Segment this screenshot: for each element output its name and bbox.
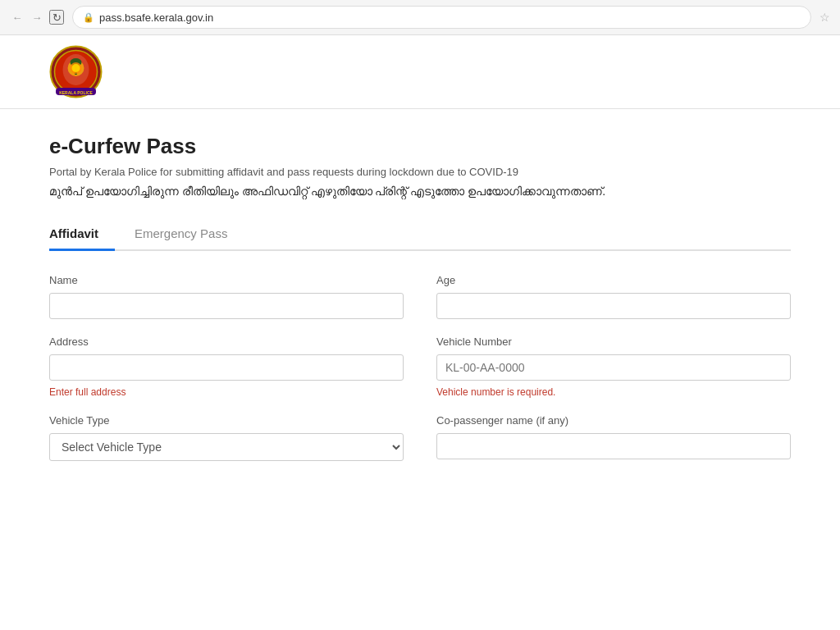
main-content: e-Curfew Pass Portal by Kerala Police fo… (0, 109, 840, 486)
page-title: e-Curfew Pass (49, 134, 791, 159)
address-bar[interactable]: 🔒 pass.bsafe.kerala.gov.in (72, 6, 811, 29)
vehicle-type-select[interactable]: Select Vehicle Type (49, 433, 404, 461)
logo-container: KERALA POLICE (49, 45, 791, 98)
vehicle-number-input[interactable] (436, 354, 791, 381)
vehicle-number-error: Vehicle number is required. (436, 386, 791, 398)
age-label: Age (436, 274, 791, 286)
name-input[interactable] (49, 293, 404, 319)
svg-point-9 (72, 64, 80, 72)
svg-text:KERALA POLICE: KERALA POLICE (59, 90, 93, 95)
reload-button[interactable]: ↻ (49, 10, 64, 25)
age-input[interactable] (436, 293, 791, 319)
page-subtitle: Portal by Kerala Police for submitting a… (49, 166, 791, 178)
address-label: Address (49, 336, 404, 348)
kerala-police-logo: KERALA POLICE (49, 45, 103, 98)
address-error: Enter full address (49, 386, 404, 398)
co-passenger-group: Co-passenger name (if any) (436, 414, 791, 461)
back-button[interactable]: ← (10, 10, 25, 25)
co-passenger-input[interactable] (436, 433, 791, 459)
vehicle-type-group: Vehicle Type Select Vehicle Type (49, 414, 404, 461)
address-input[interactable] (49, 354, 404, 381)
browser-chrome: ← → ↻ 🔒 pass.bsafe.kerala.gov.in ☆ (0, 0, 840, 35)
bookmark-icon[interactable]: ☆ (819, 11, 830, 24)
address-group: Address Enter full address (49, 336, 404, 398)
url-text: pass.bsafe.kerala.gov.in (99, 11, 213, 24)
browser-toolbar: ← → ↻ 🔒 pass.bsafe.kerala.gov.in ☆ (0, 0, 840, 34)
form-grid: Name Age Address Enter full address Vehi… (49, 274, 791, 461)
page-subtitle-malayalam: മുൻപ് ഉപയോഗിച്ചിരുന്ന രീതിയിലും അഫിഡവിറ്… (49, 185, 791, 199)
lock-icon: 🔒 (83, 12, 94, 23)
co-passenger-label: Co-passenger name (if any) (436, 414, 791, 427)
name-label: Name (49, 274, 404, 286)
tab-emergency-pass[interactable]: Emergency Pass (135, 218, 244, 251)
nav-buttons: ← → ↻ (10, 10, 64, 25)
vehicle-number-group: Vehicle Number Vehicle number is require… (436, 336, 791, 398)
vehicle-number-label: Vehicle Number (436, 336, 791, 348)
page-wrapper: KERALA POLICE e-Curfew Pass Portal by Ke… (0, 35, 840, 630)
site-header: KERALA POLICE (0, 35, 840, 109)
age-group: Age (436, 274, 791, 319)
tab-affidavit[interactable]: Affidavit (49, 218, 115, 251)
tabs: Affidavit Emergency Pass (49, 218, 791, 251)
name-group: Name (49, 274, 404, 319)
vehicle-type-label: Vehicle Type (49, 414, 404, 427)
forward-button[interactable]: → (30, 10, 44, 25)
